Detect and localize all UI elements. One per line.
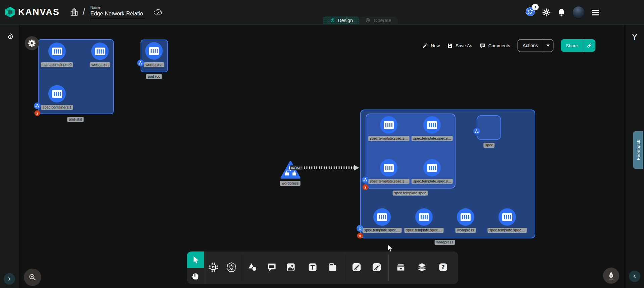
select-tool[interactable] xyxy=(187,251,204,268)
component-browser-tool[interactable] xyxy=(207,261,220,274)
text-tool[interactable] xyxy=(306,261,319,274)
group-spec-template-spec[interactable] xyxy=(366,114,455,189)
kubernetes-tool[interactable] xyxy=(225,261,238,274)
container-node[interactable] xyxy=(498,208,516,226)
comment-icon xyxy=(267,262,277,272)
hamburger-menu-icon[interactable] xyxy=(592,10,599,15)
share-button[interactable]: Share xyxy=(561,39,595,52)
link-icon xyxy=(586,43,592,49)
collapse-right-panel-button[interactable] xyxy=(629,271,640,282)
container-node[interactable] xyxy=(423,159,441,176)
notifications-bell-icon[interactable] xyxy=(557,8,566,17)
help-tool[interactable]: ? xyxy=(436,261,450,274)
node-label: spec xyxy=(483,143,494,148)
node-label: spec.containers.1 xyxy=(41,105,73,110)
container-node[interactable] xyxy=(145,42,163,60)
pen-path-icon xyxy=(352,262,362,272)
pen-tool[interactable] xyxy=(350,261,363,274)
header-actions: 1 xyxy=(525,0,599,25)
layer5-y-logo[interactable]: Y xyxy=(625,32,644,42)
tab-operate-label: Operate xyxy=(374,18,391,23)
flower-icon xyxy=(28,39,36,47)
container-node[interactable] xyxy=(380,159,397,176)
group-label: pod-rcc xyxy=(146,74,162,79)
container-node[interactable] xyxy=(91,43,109,60)
copy-link-button[interactable] xyxy=(583,39,595,52)
image-tool[interactable] xyxy=(284,261,298,274)
container-node[interactable] xyxy=(48,43,66,60)
node-label: spec.containers.0 xyxy=(41,62,73,67)
error-count-badge[interactable]: 3 xyxy=(357,233,363,239)
container-icon xyxy=(52,48,62,55)
settings-gear-icon[interactable] xyxy=(542,8,551,17)
chevron-left-icon xyxy=(632,273,638,279)
chevron-right-icon xyxy=(6,276,12,282)
container-node[interactable] xyxy=(373,208,391,226)
node-label: spec.template.spec.... xyxy=(405,228,444,233)
container-icon xyxy=(384,121,394,129)
container-node[interactable] xyxy=(415,208,433,226)
zoom-button[interactable] xyxy=(24,269,41,286)
container-node[interactable] xyxy=(380,116,397,134)
kubernetes-badge-icon[interactable] xyxy=(357,225,363,232)
freehand-draw-tool[interactable] xyxy=(370,261,383,274)
comments-button[interactable]: Comments xyxy=(480,43,510,49)
design-tab-icon xyxy=(329,17,335,23)
text-icon xyxy=(308,262,318,272)
save-as-button[interactable]: Save As xyxy=(447,43,472,49)
design-name-input[interactable] xyxy=(91,10,145,19)
k8s-context-switcher[interactable]: 1 xyxy=(525,7,535,18)
hierarchy-badge-icon[interactable] xyxy=(137,60,144,66)
container-node[interactable] xyxy=(48,85,66,102)
hierarchy-badge-icon[interactable] xyxy=(34,102,41,109)
error-count-badge[interactable]: 3 xyxy=(363,185,368,190)
pen-nib-icon xyxy=(607,271,615,280)
error-count-badge[interactable]: 2 xyxy=(35,111,40,116)
name-label: Name xyxy=(91,5,145,9)
sistent-spiral-icon[interactable] xyxy=(6,33,13,40)
actions-label: Actions xyxy=(518,40,543,52)
cloud-sync-icon xyxy=(153,8,163,16)
hierarchy-badge-icon[interactable] xyxy=(362,176,369,183)
organization-icon[interactable] xyxy=(70,8,78,16)
note-tool[interactable] xyxy=(326,261,339,274)
container-icon xyxy=(52,90,62,98)
actions-button[interactable]: Actions xyxy=(518,39,553,52)
kanvas-logo[interactable]: KANVAS xyxy=(5,6,60,18)
expand-left-panel-button[interactable] xyxy=(4,273,15,285)
cursor-icon xyxy=(192,256,200,264)
hierarchy-badge-icon[interactable] xyxy=(473,128,480,135)
container-icon xyxy=(502,213,512,221)
drawer-tool[interactable] xyxy=(394,261,408,274)
container-node[interactable] xyxy=(423,116,441,134)
container-node[interactable] xyxy=(457,208,474,226)
node-spec[interactable] xyxy=(477,115,501,140)
comment-icon xyxy=(480,43,486,49)
group-label: wordpress xyxy=(435,240,455,245)
app-header: KANVAS / Name xyxy=(0,0,644,25)
image-icon xyxy=(286,262,296,272)
node-label: wordpress xyxy=(90,62,110,67)
tab-design[interactable]: Design xyxy=(323,16,359,24)
toolbar-divider xyxy=(388,254,389,281)
save-as-label: Save As xyxy=(455,43,472,48)
comment-tool[interactable] xyxy=(265,261,278,274)
service-edge[interactable] xyxy=(301,166,355,169)
new-button[interactable]: New xyxy=(422,43,440,49)
note-icon xyxy=(328,262,338,272)
user-avatar[interactable] xyxy=(572,6,585,19)
shapes-tool[interactable] xyxy=(246,261,259,274)
layers-tool[interactable] xyxy=(415,261,429,274)
ink-pen-button[interactable] xyxy=(603,268,619,284)
tab-operate[interactable]: Operate xyxy=(359,16,397,24)
edge-arrowhead xyxy=(354,165,359,170)
container-icon xyxy=(95,48,105,55)
kubernetes-wheel-icon xyxy=(226,262,237,273)
node-label: spec.template.spec.s... xyxy=(368,179,410,184)
actions-dropdown-toggle[interactable] xyxy=(543,40,553,52)
feedback-tab[interactable]: Feedback xyxy=(633,131,643,169)
pan-tool[interactable] xyxy=(189,269,203,283)
canvas-widget-flower-button[interactable] xyxy=(25,36,39,50)
canvas-toolbar: ? xyxy=(187,251,458,284)
toolbar-divider xyxy=(242,254,242,281)
